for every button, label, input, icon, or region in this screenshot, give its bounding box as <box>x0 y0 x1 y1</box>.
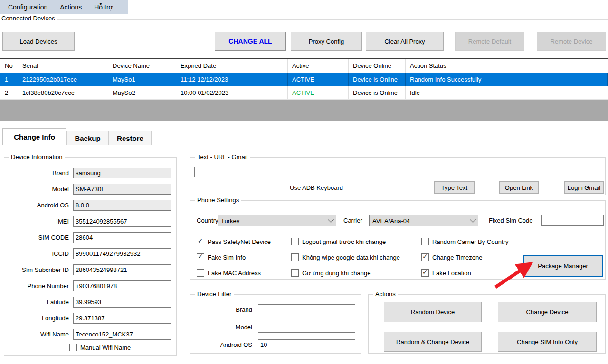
actions-legend: Actions <box>373 290 398 298</box>
carrier-value: AVEA/Aria-04 <box>372 217 471 224</box>
change-all-button[interactable]: CHANGE ALL <box>215 32 286 51</box>
package-manager-button[interactable]: Package Manager <box>523 255 603 277</box>
tab-change-info[interactable]: Change Info <box>2 128 66 145</box>
sim-code-field[interactable] <box>73 232 171 243</box>
change-timezone-checkbox[interactable] <box>421 253 429 261</box>
menu-ho-tro[interactable]: Hỗ trợ <box>88 3 119 11</box>
column-header-action-status[interactable]: Action Status <box>406 59 608 73</box>
column-header-active[interactable]: Active <box>288 59 349 73</box>
brand-field[interactable] <box>73 168 171 178</box>
cell-expired-date: 10:00 01/02/2023 <box>176 86 288 99</box>
checkbox-row: Random Carrier By Country <box>421 237 508 246</box>
android-os-field[interactable] <box>73 200 171 211</box>
model-field[interactable] <box>73 184 171 195</box>
go-ung-dung-checkbox[interactable] <box>291 269 299 277</box>
field-row: ICCID <box>8 248 173 259</box>
column-header-device-online[interactable]: Device Online <box>349 59 406 73</box>
use-adb-keyboard-checkbox[interactable] <box>279 184 286 191</box>
field-row: Android OS <box>8 200 173 211</box>
pass-safetynet-checkbox[interactable] <box>197 238 204 245</box>
khong-wipe-google-data-label: Không wipe google data khi change <box>299 254 400 261</box>
menu-actions[interactable]: Actions <box>54 3 88 11</box>
load-devices-button[interactable]: Load Devices <box>2 32 75 51</box>
imei-field[interactable] <box>73 216 171 227</box>
actions-group: Actions Random Device Change Device Rand… <box>368 294 606 354</box>
table-row[interactable]: 1 2122950a2b017ece MaySo1 11:12 12/12/20… <box>0 73 608 86</box>
checkbox-row: Fake Sim Info <box>197 253 246 261</box>
checkbox-row: Fake Location <box>421 269 471 277</box>
open-link-button[interactable]: Open Link <box>499 181 539 194</box>
brand-label: Brand <box>8 169 73 177</box>
fake-mac-address-checkbox[interactable] <box>197 269 204 277</box>
country-label: Country <box>197 217 218 224</box>
fake-mac-address-label: Fake MAC Address <box>204 270 261 277</box>
khong-wipe-google-data-checkbox[interactable] <box>291 253 299 261</box>
filter-model-field[interactable] <box>258 322 355 333</box>
random-device-button[interactable]: Random Device <box>384 302 482 322</box>
fake-sim-info-label: Fake Sim Info <box>204 254 246 261</box>
phone-number-field[interactable] <box>73 280 171 291</box>
column-header-device-name[interactable]: Device Name <box>108 59 176 73</box>
change-device-button[interactable]: Change Device <box>498 302 597 322</box>
iccid-label: ICCID <box>8 250 73 257</box>
cell-serial: 2122950a2b017ece <box>18 73 108 86</box>
longitude-label: Longitude <box>8 315 73 322</box>
cell-action-status: Random Info Successfully <box>406 73 608 86</box>
imei-label: IMEI <box>8 218 73 225</box>
cell-device-name: MaySo1 <box>108 73 176 86</box>
field-row: Android OS <box>194 339 358 350</box>
connected-devices-legend: Connected Devices <box>1 15 57 22</box>
longitude-field[interactable] <box>73 313 171 324</box>
filter-brand-field[interactable] <box>258 304 355 315</box>
menu-configuration[interactable]: Configuration <box>2 3 54 11</box>
change-sim-info-only-button[interactable]: Change SIM Info Only <box>498 332 597 352</box>
random-carrier-checkbox[interactable] <box>421 238 429 245</box>
clear-all-proxy-button[interactable]: Clear All Proxy <box>366 32 444 51</box>
latitude-field[interactable] <box>73 297 171 308</box>
cell-device-online: Device is Online <box>349 73 406 86</box>
fake-location-checkbox[interactable] <box>421 269 429 277</box>
field-row: Brand <box>8 168 173 178</box>
sim-subscriber-id-label: Sím Subcriber ID <box>8 266 73 273</box>
logout-gmail-checkbox[interactable] <box>291 238 299 245</box>
filter-android-os-field[interactable] <box>258 339 355 350</box>
column-header-no[interactable]: No <box>0 59 18 73</box>
carrier-select[interactable]: AVEA/Aria-04 <box>369 215 478 226</box>
phone-settings-legend: Phone Settings <box>195 196 241 204</box>
random-and-change-device-button[interactable]: Random & Change Device <box>384 332 482 352</box>
table-row[interactable]: 2 1cf38e80b20c7ece MaySo2 10:00 01/02/20… <box>0 86 608 100</box>
checkbox-row: Pass SafetyNet Device <box>197 237 271 246</box>
field-row: Brand <box>194 304 358 315</box>
tab-strip: Change Info Backup Restore <box>2 128 152 145</box>
wifi-name-label: Wifi Name <box>8 331 73 338</box>
go-ung-dung-label: Gỡ ứng dụng khi change <box>299 270 370 277</box>
proxy-config-button[interactable]: Proxy Config <box>291 32 362 51</box>
cell-device-online: Device is Online <box>349 86 406 99</box>
iccid-field[interactable] <box>73 248 171 259</box>
text-url-gmail-input[interactable] <box>194 167 601 177</box>
cell-device-name: MaySo2 <box>108 86 176 99</box>
country-select[interactable]: Turkey <box>218 215 336 226</box>
login-gmail-button[interactable]: Login Gmail <box>564 181 604 194</box>
field-row: Phone Number <box>8 280 173 291</box>
checkbox-row: Fake MAC Address <box>197 269 261 277</box>
menu-bar: Configuration Actions Hỗ trợ <box>0 0 128 14</box>
cell-active: ACTIVE <box>288 86 349 99</box>
phone-settings-group: Phone Settings Country Turkey Carrier AV… <box>190 200 606 280</box>
field-row: Sím Subcriber ID <box>8 264 173 275</box>
manual-wifi-name-checkbox[interactable] <box>69 344 77 351</box>
remote-default-button: Remote Default <box>455 32 524 51</box>
column-header-serial[interactable]: Serial <box>18 59 108 73</box>
type-text-button[interactable]: Type Text <box>434 181 475 194</box>
sim-subscriber-id-field[interactable] <box>73 264 171 275</box>
column-header-expired-date[interactable]: Expired Date <box>176 59 288 73</box>
fixed-sim-code-field[interactable] <box>541 215 604 226</box>
tab-restore[interactable]: Restore <box>109 131 152 145</box>
cell-serial: 1cf38e80b20c7ece <box>18 86 108 99</box>
tab-backup[interactable]: Backup <box>66 131 109 145</box>
phone-number-label: Phone Number <box>8 282 73 289</box>
device-filter-group: Device Filter Brand Model Android OS <box>190 294 361 354</box>
country-value: Turkey <box>221 217 329 224</box>
fake-sim-info-checkbox[interactable] <box>197 253 204 261</box>
wifi-name-field[interactable] <box>73 329 171 340</box>
